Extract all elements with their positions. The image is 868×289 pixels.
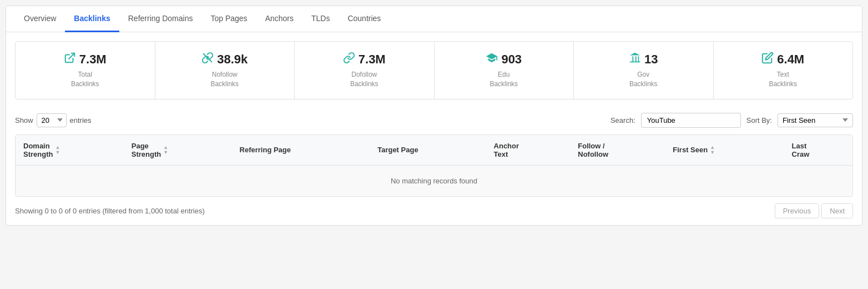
domain-strength-sort-icon: ▲▼ bbox=[55, 145, 60, 155]
col-target-page: Target Page bbox=[370, 135, 486, 166]
text-backlinks-value: 6.4M bbox=[777, 52, 804, 67]
tab-countries[interactable]: Countries bbox=[339, 6, 390, 32]
col-referring-page: Referring Page bbox=[232, 135, 370, 166]
nofollow-backlinks-value: 38.9k bbox=[217, 52, 248, 67]
col-page-strength[interactable]: PageStrength ▲▼ bbox=[124, 135, 232, 166]
col-anchor-text: AnchorText bbox=[486, 135, 571, 166]
backlinks-table: DomainStrength ▲▼ PageStrength ▲▼ bbox=[15, 134, 853, 197]
show-label: Show bbox=[15, 116, 33, 124]
stat-nofollow-backlinks: 38.9k NofollowBacklinks bbox=[155, 42, 295, 99]
stat-gov-backlinks: 13 GovBacklinks bbox=[574, 42, 714, 99]
controls-left: Show 20 50 100 entries bbox=[15, 113, 606, 127]
first-seen-sort-icon: ▲▼ bbox=[710, 145, 715, 155]
edu-backlinks-label: EduBacklinks bbox=[440, 70, 568, 89]
edu-backlinks-value: 903 bbox=[501, 52, 522, 67]
table-header-row: DomainStrength ▲▼ PageStrength ▲▼ bbox=[16, 135, 852, 166]
stats-row: 7.3M TotalBacklinks 38.9k NofollowBackli… bbox=[15, 41, 853, 99]
text-backlinks-icon bbox=[761, 52, 774, 67]
showing-text: Showing 0 to 0 of 0 entries (filtered fr… bbox=[15, 207, 205, 215]
main-container: Overview Backlinks Referring Domains Top… bbox=[6, 6, 862, 226]
search-input[interactable] bbox=[641, 113, 741, 128]
svg-line-0 bbox=[69, 53, 74, 59]
sort-select[interactable]: First Seen Last Crawl Domain Strength Pa… bbox=[778, 113, 853, 127]
nofollow-backlinks-icon bbox=[201, 52, 214, 67]
stat-edu-backlinks: 903 EduBacklinks bbox=[435, 42, 574, 99]
col-follow-nofollow: Follow /Nofollow bbox=[570, 135, 665, 166]
page-strength-sort-icon: ▲▼ bbox=[163, 145, 168, 155]
tab-anchors[interactable]: Anchors bbox=[256, 6, 302, 32]
no-records-row: No matching records found bbox=[16, 165, 852, 196]
previous-button[interactable]: Previous bbox=[775, 203, 820, 218]
nofollow-backlinks-label: NofollowBacklinks bbox=[161, 70, 289, 89]
pagination: Previous Next bbox=[775, 203, 853, 218]
dofollow-backlinks-icon bbox=[343, 52, 355, 67]
no-records-message: No matching records found bbox=[16, 165, 852, 196]
dofollow-backlinks-value: 7.3M bbox=[359, 52, 386, 67]
entries-label: entries bbox=[70, 116, 92, 124]
controls-right: Search: Sort By: First Seen Last Crawl D… bbox=[610, 113, 853, 128]
tab-tlds[interactable]: TLDs bbox=[302, 6, 339, 32]
col-domain-strength[interactable]: DomainStrength ▲▼ bbox=[16, 135, 124, 166]
stat-total-backlinks: 7.3M TotalBacklinks bbox=[16, 42, 155, 99]
gov-backlinks-value: 13 bbox=[644, 52, 658, 67]
total-backlinks-icon bbox=[64, 52, 76, 67]
text-backlinks-label: TextBacklinks bbox=[719, 70, 847, 89]
col-first-seen[interactable]: First Seen ▲▼ bbox=[665, 135, 784, 166]
tab-backlinks[interactable]: Backlinks bbox=[65, 6, 119, 32]
tab-referring-domains[interactable]: Referring Domains bbox=[119, 6, 202, 32]
edu-backlinks-icon bbox=[486, 52, 498, 67]
gov-backlinks-label: GovBacklinks bbox=[579, 70, 708, 89]
stat-text-backlinks: 6.4M TextBacklinks bbox=[714, 42, 853, 99]
sort-label: Sort By: bbox=[746, 116, 772, 124]
col-last-craw: LastCraw bbox=[784, 135, 853, 166]
total-backlinks-label: TotalBacklinks bbox=[21, 70, 149, 89]
stat-dofollow-backlinks: 7.3M DofollowBacklinks bbox=[295, 42, 435, 99]
tab-top-pages[interactable]: Top Pages bbox=[201, 6, 256, 32]
next-button[interactable]: Next bbox=[821, 203, 853, 218]
dofollow-backlinks-label: DofollowBacklinks bbox=[300, 70, 428, 89]
tab-overview[interactable]: Overview bbox=[15, 6, 65, 32]
search-label: Search: bbox=[610, 116, 635, 124]
table-footer: Showing 0 to 0 of 0 entries (filtered fr… bbox=[6, 197, 862, 225]
gov-backlinks-icon bbox=[629, 52, 641, 67]
total-backlinks-value: 7.3M bbox=[79, 52, 107, 67]
controls-row: Show 20 50 100 entries Search: Sort By: … bbox=[6, 108, 862, 134]
tab-nav: Overview Backlinks Referring Domains Top… bbox=[6, 6, 862, 32]
entries-select[interactable]: 20 50 100 bbox=[37, 113, 67, 127]
